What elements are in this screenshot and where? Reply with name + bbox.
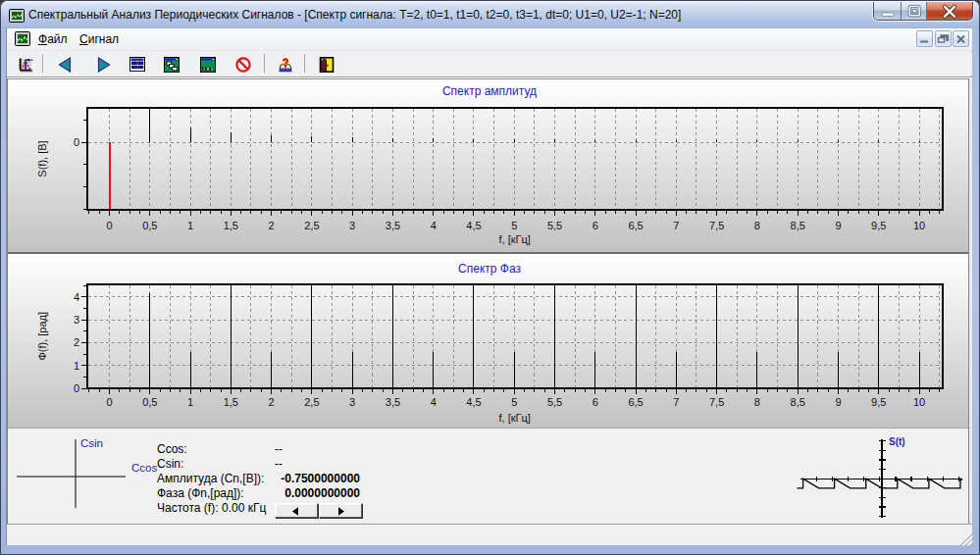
left-arrow-icon — [276, 505, 317, 518]
ccos-value: -- — [275, 442, 283, 456]
menu-file-hotkey: Ф — [38, 32, 47, 46]
y-tick-label: 0 — [74, 136, 79, 148]
x-tick-label: 2 — [269, 220, 275, 231]
x-tick-label: 7,5 — [709, 220, 724, 231]
mdi-restore-button[interactable] — [935, 30, 952, 47]
x-tick-label: 2 — [269, 396, 275, 408]
menu-file-label: айл — [47, 32, 67, 46]
signal-plot-icon[interactable] — [18, 57, 33, 73]
minimize-button[interactable] — [874, 2, 902, 20]
x-tick-label: 3,5 — [386, 396, 400, 408]
x-tick-label: 8 — [754, 220, 760, 231]
tile-windows-icon[interactable] — [129, 57, 145, 73]
exit-door-icon[interactable] — [319, 57, 335, 73]
mdi-minimize-icon — [917, 31, 932, 46]
titlebar[interactable]: Спектральный Анализ Периодических Сигнал… — [1, 1, 979, 28]
x-tick-label: 8 — [754, 396, 760, 408]
chart-title: Спектр амплитуд — [442, 84, 537, 98]
csin-value: -- — [275, 457, 283, 471]
menu-file[interactable]: Файл — [36, 30, 70, 49]
prev-harmonic-icon[interactable] — [58, 57, 74, 73]
right-arrow-icon — [320, 505, 361, 518]
resize-grip[interactable] — [957, 530, 973, 546]
prev-frequency-button[interactable] — [275, 503, 318, 518]
y-tick-label: 1 — [74, 360, 79, 372]
menu-signal[interactable]: Сигнал — [77, 30, 121, 49]
x-tick-label: 0,5 — [142, 396, 157, 408]
x-tick-label: 0 — [106, 220, 112, 231]
x-tick-label: 5 — [511, 220, 517, 231]
frequency-value: 0.00 кГц — [222, 501, 266, 515]
next-harmonic-icon[interactable] — [95, 57, 111, 73]
x-tick-label: 8,5 — [791, 396, 805, 408]
y-axis-title: Ф(f), [рад] — [36, 312, 48, 361]
cascade-windows-icon[interactable] — [164, 57, 180, 73]
application-window: Спектральный Анализ Периодических Сигнал… — [0, 0, 980, 555]
toolbar-separator — [264, 54, 265, 73]
amplitude-spectrum-chart[interactable]: Спектр амплитудS(f), [В]00,511,522,533,5… — [8, 78, 968, 252]
x-tick-label: 9,5 — [871, 396, 886, 408]
restore-button[interactable] — [902, 2, 927, 20]
x-tick-label: 3 — [349, 220, 355, 231]
x-axis-title: f, [кГц] — [499, 412, 531, 424]
ccos-label: Ccos: — [157, 442, 187, 456]
ccos-axis-label: Ccos — [131, 462, 157, 474]
x-tick-label: 2,5 — [304, 220, 319, 231]
menu-signal-hotkey: С — [79, 32, 88, 46]
x-tick-label: 2,5 — [304, 396, 319, 408]
next-frequency-button[interactable] — [319, 503, 362, 518]
stop-icon[interactable] — [235, 57, 251, 73]
close-icon — [927, 2, 972, 21]
app-oscilloscope-icon[interactable] — [9, 8, 25, 24]
csin-label: Csin: — [157, 457, 183, 471]
x-tick-label: 3 — [349, 396, 355, 408]
x-tick-label: 4 — [431, 220, 437, 231]
x-tick-label: 4,5 — [466, 220, 481, 231]
x-tick-label: 1 — [187, 220, 193, 231]
x-tick-label: 5,5 — [547, 220, 562, 231]
frequency-label: Частота (f): — [157, 501, 218, 515]
signal-preview-plot — [765, 431, 968, 523]
x-tick-label: 7 — [673, 220, 679, 231]
y-tick-label: 2 — [74, 336, 79, 348]
x-tick-label: 4,5 — [466, 396, 481, 408]
x-tick-label: 3,5 — [386, 220, 400, 231]
phase-spectrum-chart[interactable]: Спектр ФазФ(f), [рад]00,511,522,533,544,… — [8, 254, 968, 428]
csin-axis-label: Csin — [80, 437, 103, 449]
close-button[interactable] — [927, 2, 972, 20]
x-tick-label: 8,5 — [791, 220, 805, 231]
x-tick-label: 9,5 — [871, 220, 886, 231]
statusbar — [7, 526, 972, 545]
mdi-minimize-button[interactable] — [916, 30, 933, 47]
y-tick-label: 3 — [74, 314, 79, 326]
x-tick-label: 0 — [106, 396, 112, 408]
x-tick-label: 6 — [593, 396, 598, 408]
x-tick-label: 6,5 — [628, 220, 643, 231]
phase-value: 0.0000000000 — [241, 486, 360, 500]
mdi-restore-icon — [936, 31, 951, 46]
x-tick-label: 10 — [913, 396, 925, 408]
x-tick-label: 4 — [431, 396, 437, 408]
x-tick-label: 5,5 — [547, 396, 562, 408]
x-tick-label: 7 — [673, 396, 679, 408]
mdi-close-button[interactable] — [953, 30, 969, 47]
menubar — [7, 28, 972, 51]
help-book-icon[interactable] — [278, 57, 293, 73]
window-title: Спектральный Анализ Периодических Сигнал… — [28, 1, 681, 28]
mdi-document-icon[interactable] — [15, 31, 30, 46]
toolbar — [7, 52, 972, 76]
restore-icon — [902, 2, 927, 21]
x-tick-label: 6,5 — [628, 396, 643, 408]
mdi-close-icon — [954, 31, 968, 46]
x-tick-label: 1,5 — [224, 396, 238, 408]
x-tick-label: 10 — [913, 220, 925, 231]
x-tick-label: 0,5 — [142, 220, 157, 231]
phase-label: Фаза (Фn,[рад]): — [157, 486, 244, 500]
x-axis-title: f, [кГц] — [499, 233, 531, 245]
x-tick-label: 1 — [187, 396, 193, 408]
menu-signal-label: игнал — [88, 32, 119, 46]
x-tick-label: 6 — [593, 220, 598, 231]
x-tick-label: 9 — [835, 396, 841, 408]
arrange-icons-icon[interactable] — [200, 57, 216, 73]
x-tick-label: 1,5 — [224, 220, 238, 231]
